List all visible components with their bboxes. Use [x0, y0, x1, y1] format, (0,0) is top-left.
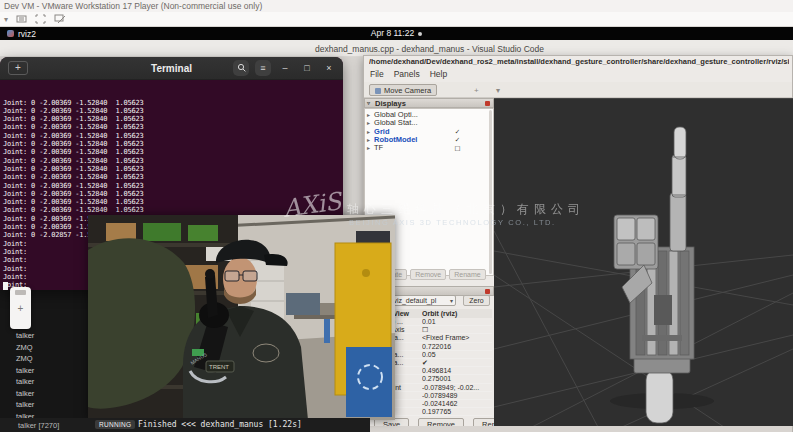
- terminal-line: Joint: 0 -2.00369 -1.52840 1.05623: [3, 182, 343, 190]
- collapse-icon[interactable]: ▿: [367, 99, 370, 108]
- mini-flyout-panel[interactable]: +: [10, 287, 31, 329]
- webcam-overlay[interactable]: MANUS TRENT: [88, 215, 395, 420]
- vmware-unity-icon[interactable]: [54, 14, 66, 24]
- property-value[interactable]: -0.0789489: [422, 392, 492, 399]
- blue-recycle-bin: [346, 347, 392, 417]
- terminal-line: Joint: 0 -2.00369 -1.52840 1.05623: [3, 99, 343, 107]
- session-item[interactable]: talker: [16, 388, 91, 400]
- expand-arrow-icon[interactable]: ▸: [367, 137, 370, 143]
- screen: Dev VM - VMware Workstation 17 Player (N…: [0, 0, 793, 432]
- clock-menu[interactable]: Apr 8 11:22: [0, 27, 793, 40]
- terminal-line: Joint: 0 -2.00369 -1.52840 1.05623: [3, 157, 343, 165]
- build-result-message: Finished <<< dexhand_manus [1.22s]: [138, 420, 302, 429]
- terminal-line: Joint: 0 -2.00369 -1.52840 1.05623: [3, 198, 343, 206]
- minimize-button[interactable]: –: [277, 60, 293, 76]
- terminal-cursor: [3, 282, 8, 290]
- name-patch: TRENT: [206, 361, 234, 372]
- task-label[interactable]: talker [7270]: [18, 421, 59, 430]
- rviz-toolbar: Move Camera + ▾: [364, 82, 792, 98]
- panel-close-icon[interactable]: [485, 289, 490, 294]
- property-value[interactable]: 0.197765: [422, 408, 492, 415]
- session-item[interactable]: ZMQ: [16, 353, 91, 365]
- maximize-button[interactable]: □: [299, 60, 315, 76]
- display-checkbox[interactable]: ✓: [454, 128, 461, 135]
- add-icon[interactable]: +: [10, 303, 31, 314]
- toolbar-overflow-icon[interactable]: ▾: [496, 86, 500, 95]
- menu-icon[interactable]: ≡: [255, 60, 271, 76]
- display-label: TF: [374, 143, 383, 152]
- gnome-top-bar: rviz2 Apr 8 11:22: [0, 27, 793, 40]
- terminal-line: Joint: 0 -2.00369 -1.52840 1.05623: [3, 115, 343, 123]
- vmware-dropdown-icon[interactable]: ▾: [4, 15, 8, 24]
- display-checkbox[interactable]: [454, 120, 461, 127]
- expand-arrow-icon[interactable]: ▸: [367, 112, 370, 118]
- expand-arrow-icon[interactable]: ▸: [367, 145, 370, 151]
- robot-hand-scene: [494, 99, 793, 426]
- display-tree-item[interactable]: ▸ RobotModel ✓: [367, 136, 493, 144]
- toolbar-extra-icon[interactable]: +: [474, 86, 479, 95]
- vmware-devices-icon[interactable]: [16, 14, 27, 24]
- vmware-fullscreen-icon[interactable]: [35, 14, 46, 24]
- display-tree-item[interactable]: ▸ TF ☐: [367, 144, 493, 152]
- zero-button[interactable]: Zero: [463, 295, 490, 306]
- property-value[interactable]: ✔: [422, 359, 492, 366]
- vmware-toolbar: ▾: [0, 12, 793, 27]
- running-status-badge: RUNNING: [95, 420, 135, 429]
- property-value[interactable]: -0.0241462: [422, 400, 492, 407]
- session-item[interactable]: ZMQ: [16, 342, 91, 354]
- display-checkbox[interactable]: ☐: [454, 145, 461, 152]
- session-item[interactable]: talker: [16, 376, 91, 388]
- expand-arrow-icon[interactable]: ▸: [367, 120, 370, 126]
- terminal-line: Joint: 0 -2.00369 -1.52840 1.05623: [3, 206, 343, 214]
- panel-close-icon[interactable]: [485, 101, 490, 106]
- terminal-line: Joint: 0 -2.00369 -1.52840 1.05623: [3, 165, 343, 173]
- terminal-line: Joint: 0 -2.00369 -1.52840 1.05623: [3, 148, 343, 156]
- flyout-handle: [15, 290, 26, 295]
- rviz-3d-viewport[interactable]: [494, 98, 793, 426]
- terminal-line: Joint: 0 -2.00369 -1.52840 1.05623: [3, 123, 343, 131]
- displays-panel-header[interactable]: ▿ Displays: [364, 98, 494, 108]
- vscode-window-title: dexhand_manus.cpp - dexhand_manus - Visu…: [315, 44, 544, 54]
- property-value[interactable]: <Fixed Frame>: [422, 334, 492, 341]
- session-item[interactable]: talker: [16, 399, 91, 411]
- svg-text:TRENT: TRENT: [209, 364, 229, 370]
- vscode-status-bar: talker [7270] RUNNING Finished <<< dexha…: [0, 418, 370, 432]
- vmware-titlebar[interactable]: Dev VM - VMware Workstation 17 Player (N…: [0, 0, 793, 12]
- session-item[interactable]: talker: [16, 330, 91, 342]
- terminal-session-list: talkerZMQZMQtalkertalkertalkertalkertalk…: [16, 330, 91, 422]
- search-icon[interactable]: [233, 60, 249, 76]
- session-item[interactable]: talker: [16, 365, 91, 377]
- move-camera-button[interactable]: Move Camera: [369, 84, 437, 96]
- chevron-down-icon: ▾: [450, 296, 453, 306]
- property-value[interactable]: ☐: [422, 326, 492, 333]
- property-value[interactable]: 0.05: [422, 351, 492, 358]
- property-value[interactable]: 0.496814: [422, 367, 492, 374]
- display-checkbox[interactable]: ✓: [454, 136, 461, 143]
- terminal-titlebar[interactable]: + Terminal ≡ – □ ×: [0, 57, 343, 80]
- property-value[interactable]: 0.275001: [422, 375, 492, 382]
- terminal-line: Joint: 0 -2.00369 -1.52840 1.05623: [3, 132, 343, 140]
- webcam-scene: MANUS TRENT: [88, 215, 395, 420]
- terminal-line: Joint: 0 -2.00369 -1.52840 1.05623: [3, 190, 343, 198]
- rviz-window[interactable]: /home/dexhand/Dev/dexhand_ros2_meta/inst…: [363, 55, 793, 432]
- terminal-line: Joint: 0 -2.00369 -1.52840 1.05623: [3, 173, 343, 181]
- notification-bell-icon: [418, 32, 422, 36]
- menu-item[interactable]: Panels: [394, 69, 420, 79]
- property-value[interactable]: -0.078949; -0.02...: [422, 384, 492, 391]
- terminal-line: Joint: 0 -2.00369 -1.52840 1.05623: [3, 140, 343, 148]
- close-button[interactable]: ×: [321, 60, 337, 76]
- expand-arrow-icon[interactable]: ▸: [367, 129, 370, 135]
- rviz-window-title[interactable]: /home/dexhand/Dev/dexhand_ros2_meta/inst…: [369, 57, 789, 66]
- menu-item[interactable]: Help: [430, 69, 447, 79]
- display-checkbox[interactable]: [454, 112, 461, 119]
- rviz-status-strip: [364, 426, 792, 432]
- terminal-line: Joint: 0 -2.00369 -1.52840 1.05623: [3, 107, 343, 115]
- property-value[interactable]: 0.01: [422, 318, 492, 325]
- rviz-menubar: FilePanelsHelp: [370, 69, 447, 79]
- menu-item[interactable]: File: [370, 69, 384, 79]
- disabled-action-button[interactable]: Rename: [449, 269, 485, 280]
- displays-scrollbar[interactable]: [489, 110, 492, 274]
- disabled-action-button[interactable]: Remove: [410, 269, 446, 280]
- property-value[interactable]: 0.722016: [422, 343, 492, 350]
- move-camera-icon: [375, 88, 381, 94]
